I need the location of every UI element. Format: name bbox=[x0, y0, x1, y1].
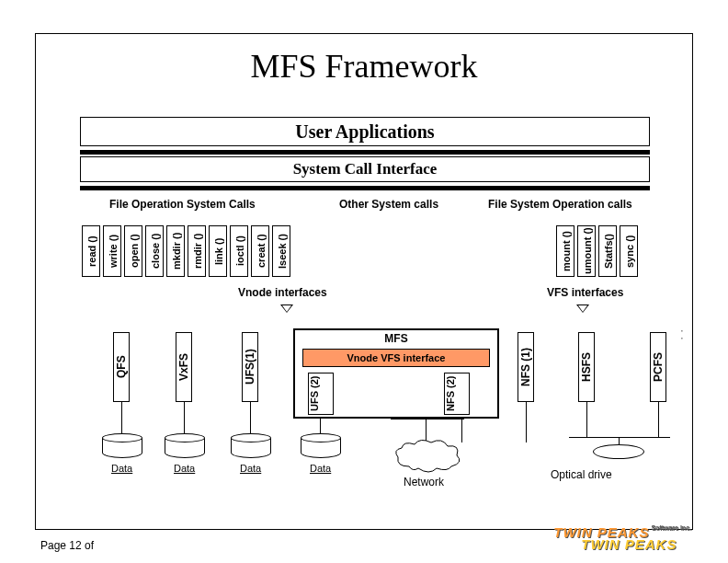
fs-ops-syscalls: mount ()umount ()Statfs()sync () bbox=[556, 225, 641, 277]
vnode-interfaces-label: Vnode interfaces bbox=[238, 286, 327, 299]
brace-2 bbox=[569, 437, 670, 438]
fs-op-syscall-1: umount () bbox=[577, 225, 596, 277]
vfs-arrow-icon bbox=[576, 304, 589, 313]
slide-frame: MFS Framework User Applications System C… bbox=[35, 33, 693, 530]
thick-divider-1 bbox=[80, 150, 650, 155]
fs-op-syscall-0: mount () bbox=[556, 225, 574, 277]
mfs-title: MFS bbox=[295, 332, 497, 345]
cloud-icon bbox=[392, 439, 462, 474]
hsfs-col: HSFS bbox=[578, 332, 595, 402]
mfs-ufs2: UFS (2) bbox=[308, 373, 334, 415]
file-op-syscall-4: mkdir () bbox=[166, 225, 185, 277]
qfs-col: QFS bbox=[113, 332, 130, 402]
brand-line2: TWIN PEAKS bbox=[581, 536, 717, 552]
vnode-arrow-icon bbox=[280, 304, 293, 313]
brace-1 bbox=[391, 419, 464, 419]
file-op-syscall-1: write () bbox=[103, 225, 121, 277]
vfs-interfaces-label: VFS interfaces bbox=[547, 286, 623, 299]
conn-1 bbox=[121, 402, 122, 433]
page-number: Page 12 of bbox=[40, 539, 94, 552]
optical-icon bbox=[593, 444, 644, 459]
file-op-syscall-2: open () bbox=[124, 225, 142, 277]
user-applications-layer: User Applications bbox=[80, 117, 650, 146]
file-ops-syscalls: read ()write ()open ()close ()mkdir ()rm… bbox=[82, 225, 293, 277]
file-op-syscall-3: close () bbox=[145, 225, 164, 277]
tiny-side-text: ▪ ▪ bbox=[679, 328, 685, 341]
file-op-syscall-5: rmdir () bbox=[188, 225, 206, 277]
fs-op-syscall-3: sync () bbox=[620, 225, 638, 277]
file-op-syscall-6: link () bbox=[209, 225, 227, 277]
conn-4 bbox=[320, 419, 321, 433]
vnode-vfs-interface: Vnode VFS interface bbox=[302, 349, 490, 367]
brand-sw: Software Inc. bbox=[651, 524, 691, 531]
conn-7 bbox=[658, 402, 659, 437]
nfs1-col: NFS (1) bbox=[518, 332, 534, 402]
thick-divider-2 bbox=[80, 186, 650, 190]
conn-6 bbox=[586, 402, 587, 437]
mfs-nfs2: NFS (2) bbox=[444, 373, 470, 415]
ufs1-col: UFS(1) bbox=[242, 332, 258, 402]
file-ops-label: File Operation System Calls bbox=[109, 198, 256, 211]
other-calls-label: Other System calls bbox=[339, 198, 438, 211]
fs-ops-label: File System Operation calls bbox=[488, 198, 632, 211]
fs-op-syscall-2: Statfs() bbox=[598, 225, 617, 277]
optical-label: Optical drive bbox=[551, 468, 612, 481]
data-label-1: Data bbox=[111, 463, 132, 474]
cylinder-icon-1 bbox=[102, 433, 142, 459]
brand-logo: TWIN PEAKSSoftware Inc. TWIN PEAKS bbox=[553, 524, 689, 556]
conn-5b bbox=[526, 402, 527, 442]
data-label-3: Data bbox=[240, 463, 261, 474]
file-op-syscall-7: ioctl () bbox=[230, 225, 248, 277]
vxfs-col: VxFS bbox=[176, 332, 192, 402]
pcfs-col: PCFS bbox=[650, 332, 666, 402]
cylinder-icon-4 bbox=[301, 433, 341, 459]
slide-title: MFS Framework bbox=[36, 34, 692, 95]
data-label-2: Data bbox=[174, 463, 195, 474]
data-label-4: Data bbox=[310, 463, 331, 474]
cylinder-icon-2 bbox=[165, 433, 205, 459]
mfs-box: MFS Vnode VFS interface UFS (2) NFS (2) bbox=[293, 328, 499, 419]
file-op-syscall-9: lseek () bbox=[272, 225, 290, 277]
file-op-syscall-8: creat () bbox=[251, 225, 269, 277]
network-label: Network bbox=[404, 476, 444, 488]
system-call-interface-layer: System Call Interface bbox=[80, 156, 650, 182]
conn-2 bbox=[184, 402, 185, 433]
file-op-syscall-0: read () bbox=[82, 225, 100, 277]
cylinder-icon-3 bbox=[231, 433, 271, 459]
conn-3 bbox=[250, 402, 251, 433]
